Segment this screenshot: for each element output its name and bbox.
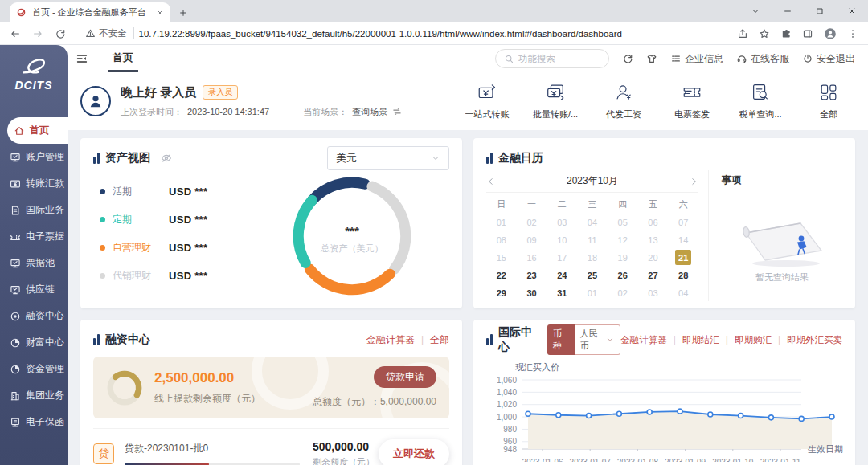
calendar-day[interactable]: 11 (577, 231, 608, 248)
url-text: 10.7.19.22:8999/fpaas_bucket/94154032_de… (139, 29, 622, 39)
url-field[interactable]: 不安全 10.7.19.22:8999/fpaas_bucket/9415403… (77, 25, 726, 43)
calendar-day[interactable]: 20 (638, 249, 669, 266)
forward-icon[interactable] (32, 28, 43, 39)
window-close-icon[interactable] (847, 6, 857, 16)
legend-dot (100, 217, 105, 222)
quick-action-batch-transfer[interactable]: 批量转账/... (532, 82, 579, 120)
international-link-0[interactable]: 金融计算器 (620, 334, 667, 346)
repay-now-button[interactable]: 立即还款 (379, 439, 449, 465)
calendar-day[interactable]: 28 (668, 267, 698, 283)
new-tab-icon[interactable] (178, 8, 188, 18)
greeting-text: 晚上好 录入员 (121, 85, 196, 100)
calendar-grid: 日一二三四五六010203040506070809101112131415161… (486, 196, 698, 301)
calendar-day[interactable]: 29 (486, 284, 517, 301)
reload-icon[interactable] (55, 28, 66, 39)
financing-link-1[interactable]: 全部 (430, 333, 449, 347)
header-link-online-service[interactable]: 在线客服 (736, 52, 789, 66)
security-indicator[interactable]: 不安全 (85, 27, 134, 39)
calendar-day[interactable]: 15 (486, 249, 517, 266)
calendar-day[interactable]: 04 (668, 284, 698, 301)
calendar-day[interactable]: 25 (577, 267, 608, 283)
loan-apply-button[interactable]: 贷款申请 (374, 366, 436, 388)
profile-avatar-icon[interactable] (824, 27, 837, 40)
sidebar-item-ebill[interactable]: 电子票据 (0, 223, 68, 250)
calendar-day[interactable]: 19 (608, 249, 638, 266)
calendar-day[interactable]: 31 (547, 284, 577, 301)
calendar-day[interactable]: 06 (638, 214, 669, 230)
calendar-day[interactable]: 30 (517, 284, 547, 301)
tab-close-icon[interactable] (156, 9, 164, 17)
financing-link-0[interactable]: 金融计算器 (366, 333, 415, 347)
sidebar-item-transfer[interactable]: 转账汇款 (0, 170, 68, 197)
theme-icon[interactable] (646, 53, 657, 64)
window-maximize-icon[interactable] (815, 6, 825, 16)
extensions-icon[interactable] (780, 28, 792, 39)
calendar-next-icon[interactable] (689, 177, 698, 186)
sidebar-item-billpool[interactable]: 票据池 (0, 250, 68, 276)
sidebar-item-group[interactable]: 集团业务 (0, 382, 68, 409)
tab-search-icon[interactable] (751, 6, 760, 16)
sidebar-item-supplychain[interactable]: 供应链 (0, 276, 68, 303)
calendar-day[interactable]: 01 (486, 214, 517, 230)
calendar-day[interactable]: 03 (638, 284, 669, 301)
quick-action-eticket-issue[interactable]: 电票签发 (669, 82, 715, 120)
side-panel-icon[interactable] (802, 28, 813, 39)
calendar-day[interactable]: 21 (668, 249, 698, 266)
calendar-day[interactable]: 02 (517, 214, 547, 230)
calendar-day[interactable]: 13 (638, 231, 669, 248)
international-link-3[interactable]: 即期外汇买卖 (787, 334, 842, 346)
search-input[interactable] (518, 54, 600, 63)
international-link-2[interactable]: 即期购汇 (735, 334, 772, 346)
sidebar: DCITS 首页账户管理转账汇款国际业务电子票据票据池供应链融资中心财富中心资金… (0, 45, 68, 465)
back-icon[interactable] (10, 28, 21, 39)
calendar-day[interactable]: 03 (547, 214, 577, 230)
toggle-balance-visibility-icon[interactable] (161, 153, 172, 164)
sidebar-item-financing[interactable]: 融资中心 (0, 303, 68, 329)
calendar-day[interactable]: 10 (547, 231, 577, 248)
calendar-day[interactable]: 05 (608, 214, 638, 230)
browser-menu-icon[interactable] (847, 28, 858, 39)
function-search[interactable] (495, 49, 609, 68)
switch-scene-icon[interactable] (392, 107, 402, 116)
calendar-day[interactable]: 18 (577, 249, 608, 266)
quick-action-tax-query[interactable]: 税单查询... (737, 82, 784, 120)
window-minimize-icon[interactable] (783, 6, 792, 16)
calendar-day[interactable]: 17 (547, 249, 577, 266)
calendar-day[interactable]: 08 (486, 231, 517, 248)
header-link-logout[interactable]: 安全退出 (802, 52, 855, 66)
quick-action-payroll[interactable]: 代发工资 (600, 82, 647, 120)
doc-icon (10, 205, 21, 216)
calendar-day[interactable]: 14 (668, 231, 698, 248)
refresh-icon[interactable] (622, 53, 633, 64)
legend-row: 自营理财USD *** (100, 241, 254, 255)
bookmark-star-icon[interactable] (759, 28, 770, 39)
tab-home[interactable]: 首页 (108, 45, 138, 72)
calendar-day[interactable]: 09 (517, 231, 547, 248)
sidebar-item-international[interactable]: 国际业务 (0, 197, 68, 223)
calendar-day[interactable]: 01 (577, 284, 608, 301)
sidebar-item-home[interactable]: 首页 (7, 117, 68, 144)
calendar-day[interactable]: 07 (668, 214, 698, 230)
calendar-prev-icon[interactable] (486, 177, 496, 186)
calendar-day[interactable]: 27 (638, 267, 669, 283)
quick-action-one-stop-transfer[interactable]: 一站式转账 (464, 82, 510, 120)
collapse-sidebar-icon[interactable] (76, 52, 88, 65)
sidebar-item-funds[interactable]: 资金管理 (0, 356, 68, 382)
calendar-day[interactable]: 23 (517, 267, 547, 283)
browser-tab[interactable]: 首页 - 企业综合金融服务平台 (10, 2, 170, 22)
sidebar-item-account[interactable]: 账户管理 (0, 144, 68, 170)
calendar-day[interactable]: 12 (608, 231, 638, 248)
calendar-day[interactable]: 22 (486, 267, 517, 283)
calendar-day[interactable]: 04 (577, 214, 608, 230)
calendar-day[interactable]: 02 (608, 284, 638, 301)
header-link-company-info[interactable]: 企业信息 (670, 52, 723, 66)
calendar-day[interactable]: 26 (608, 267, 638, 283)
currency-type-select[interactable]: 币种 人民币 (547, 324, 620, 355)
quick-action-all[interactable]: 全部 (805, 82, 852, 120)
sidebar-item-wealth[interactable]: 财富中心 (0, 329, 68, 356)
calendar-day[interactable]: 16 (517, 249, 547, 266)
share-icon[interactable] (737, 28, 748, 39)
international-link-1[interactable]: 即期结汇 (682, 334, 719, 346)
calendar-day[interactable]: 24 (547, 267, 577, 283)
sidebar-item-guarantee[interactable]: 电子保函 (0, 409, 68, 435)
